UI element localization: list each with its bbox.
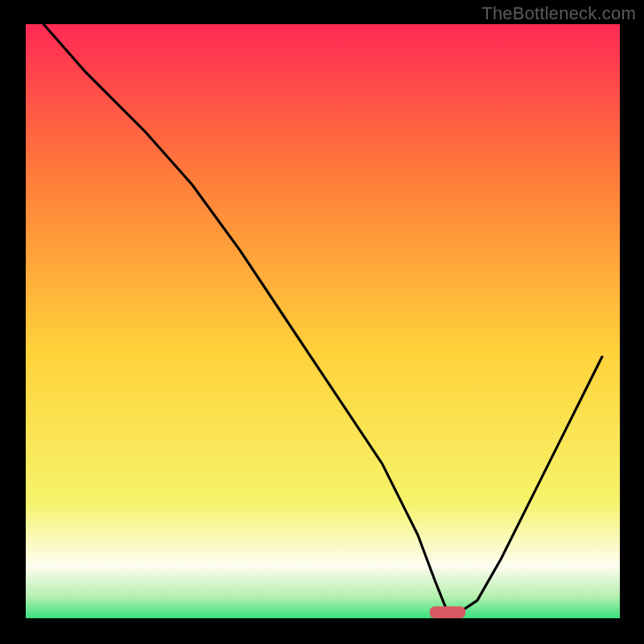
axis-left [16, 16, 26, 628]
optimal-marker [430, 606, 465, 618]
axis-bottom [16, 618, 628, 628]
plot-background [24, 24, 620, 620]
chart-svg [0, 0, 644, 644]
chart-container: TheBottleneck.com [0, 0, 644, 644]
watermark-text: TheBottleneck.com [481, 3, 636, 24]
